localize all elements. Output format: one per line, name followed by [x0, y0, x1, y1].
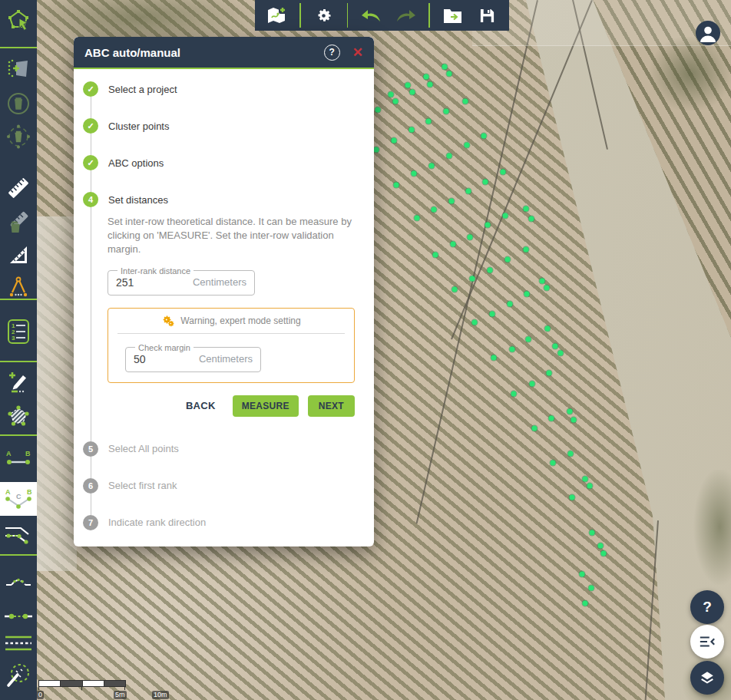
map-point[interactable] — [410, 90, 415, 95]
map-point[interactable] — [481, 134, 487, 139]
map-point[interactable] — [428, 82, 433, 88]
map-point[interactable] — [483, 180, 488, 185]
map-point[interactable] — [529, 216, 534, 222]
back-button[interactable]: BACK — [186, 400, 216, 411]
map-point[interactable] — [374, 147, 379, 153]
map-point[interactable] — [451, 242, 456, 247]
map-point[interactable] — [389, 92, 394, 97]
open-project-folder-icon[interactable] — [442, 4, 465, 27]
map-point[interactable] — [488, 268, 493, 273]
arc-tool[interactable] — [2, 568, 35, 594]
map-point[interactable] — [583, 601, 588, 606]
map-point[interactable] — [505, 257, 511, 262]
measure-ruler-tool[interactable] — [2, 175, 35, 201]
map-point[interactable] — [508, 302, 513, 307]
import-map-icon[interactable] — [265, 4, 288, 27]
map-point[interactable] — [524, 206, 529, 212]
map-point[interactable] — [558, 351, 564, 356]
map-point[interactable] — [568, 451, 574, 457]
map-point[interactable] — [530, 381, 535, 387]
rank-direction-tool[interactable] — [2, 520, 35, 546]
map-point[interactable] — [491, 355, 497, 361]
map-point[interactable] — [429, 163, 435, 169]
map-point[interactable] — [485, 223, 491, 228]
measure-button[interactable]: MEASURE — [233, 395, 299, 417]
map-point[interactable] — [426, 119, 432, 124]
map-point[interactable] — [571, 418, 577, 423]
undo-icon[interactable] — [359, 4, 382, 27]
segment-points-tool[interactable] — [2, 603, 35, 629]
abc-auto-manual-tool[interactable]: ABC — [0, 482, 37, 516]
map-point[interactable] — [524, 247, 529, 253]
map-point[interactable] — [468, 235, 473, 240]
map-point[interactable] — [587, 484, 593, 489]
map-point[interactable] — [433, 253, 438, 258]
map-point[interactable] — [490, 312, 495, 317]
map-point[interactable] — [547, 371, 552, 376]
check-margin-field[interactable]: Check margin 50 Centimeters — [125, 343, 261, 372]
map-point[interactable] — [405, 83, 411, 88]
compass-spacing-tool[interactable] — [2, 275, 35, 301]
map-point[interactable] — [470, 276, 475, 282]
map-point[interactable] — [551, 461, 556, 466]
map-point[interactable] — [589, 586, 594, 591]
map-point[interactable] — [444, 109, 449, 114]
settings-gear-icon[interactable] — [313, 4, 336, 27]
map-point[interactable] — [532, 426, 538, 431]
add-polygon-tool[interactable] — [2, 56, 35, 82]
map-point[interactable] — [510, 347, 515, 352]
magic-select-tool[interactable] — [2, 662, 35, 688]
map-point[interactable] — [511, 391, 517, 397]
map-point[interactable] — [549, 416, 554, 421]
check-margin-input[interactable]: 50 — [134, 353, 146, 365]
map-point[interactable] — [545, 326, 551, 332]
map-point[interactable] — [415, 216, 420, 221]
map-point[interactable] — [544, 286, 550, 291]
map-point[interactable] — [424, 74, 429, 80]
map-point[interactable] — [583, 477, 588, 482]
map-point[interactable] — [553, 344, 558, 349]
save-icon[interactable] — [476, 4, 499, 27]
map-point[interactable] — [601, 551, 607, 556]
map-point[interactable] — [524, 292, 530, 297]
map-point[interactable] — [472, 320, 478, 325]
map-point[interactable] — [447, 71, 452, 77]
map-point[interactable] — [567, 409, 573, 414]
map-point[interactable] — [570, 495, 575, 500]
map-point[interactable] — [501, 170, 506, 175]
redo-icon[interactable] — [394, 4, 417, 27]
draw-edit-tool[interactable] — [2, 368, 35, 395]
map-point[interactable] — [394, 183, 399, 188]
delete-selection-tool[interactable] — [2, 91, 35, 117]
close-icon[interactable]: ✕ — [352, 46, 363, 59]
map-point[interactable] — [449, 199, 455, 204]
map-point[interactable] — [526, 337, 531, 342]
map-point[interactable] — [463, 99, 468, 104]
map-point[interactable] — [466, 189, 471, 194]
map-point[interactable] — [503, 213, 508, 219]
layers-fab[interactable] — [690, 661, 724, 695]
map-point[interactable] — [447, 154, 452, 159]
map-point[interactable] — [375, 107, 381, 113]
ab-line-tool[interactable]: AB — [2, 445, 35, 471]
rank-lines-tool[interactable] — [2, 630, 35, 656]
dialog-help-icon[interactable]: ? — [324, 45, 340, 61]
select-polygon-tool[interactable] — [2, 7, 35, 33]
map-point[interactable] — [432, 207, 437, 213]
map-point[interactable] — [598, 543, 604, 549]
map-point[interactable] — [540, 279, 545, 284]
map-point[interactable] — [452, 287, 458, 292]
delete-points-tool[interactable] — [2, 124, 35, 150]
set-square-tool[interactable] — [2, 242, 35, 268]
polygon-area-tool[interactable] — [2, 403, 35, 429]
map-point[interactable] — [590, 530, 595, 536]
inter-rank-distance-field[interactable]: Inter-rank distance 251 Centimeters — [108, 266, 255, 296]
rank-list-tool[interactable]: 123 — [2, 319, 35, 345]
help-fab[interactable]: ? — [690, 590, 724, 624]
map-point[interactable] — [393, 99, 399, 104]
map-point[interactable] — [442, 64, 448, 70]
map-point[interactable] — [580, 572, 585, 577]
map-point[interactable] — [465, 143, 470, 148]
collapse-menu-fab[interactable] — [690, 625, 724, 659]
next-button[interactable]: NEXT — [308, 395, 355, 417]
